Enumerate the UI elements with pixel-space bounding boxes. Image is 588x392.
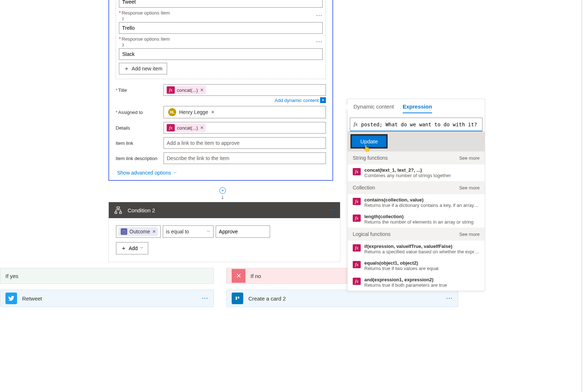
see-more-link[interactable]: See more xyxy=(459,232,480,237)
fx-icon: fx xyxy=(350,121,361,127)
item-link-desc-input[interactable] xyxy=(163,152,326,164)
fx-icon: fx xyxy=(353,168,361,175)
fx-icon: fx xyxy=(167,86,175,94)
expression-panel: Dynamic content Expression fx Update Str… xyxy=(347,99,485,291)
condition-icon xyxy=(113,205,123,215)
plus-icon: ＋ xyxy=(121,245,127,251)
function-signature: if(expression, valueIfTrue, valueIfFalse… xyxy=(364,244,480,249)
update-button[interactable]: Update xyxy=(351,135,387,148)
retweet-action[interactable]: Retweet ··· xyxy=(0,290,214,307)
create-card-title: Create a card 2 xyxy=(248,295,441,302)
svg-rect-5 xyxy=(238,297,239,298)
condition-card: Condition 2 ··· ⬚ Outcome ✕ is equal to … xyxy=(108,202,340,262)
condition-title: Condition 2 xyxy=(128,207,325,213)
chevron-down-icon: ﹀ xyxy=(173,170,177,175)
function-item[interactable]: fx concat(text_1, text_2?, ...) Combines… xyxy=(348,164,485,181)
function-description: Returns a specified value based on wheth… xyxy=(364,249,480,254)
details-input[interactable]: fx concat(...) ✕ xyxy=(163,122,326,134)
fx-icon: fx xyxy=(353,198,361,205)
approval-action-card: *Response options Item2 ··· *Response op… xyxy=(108,0,333,181)
remove-outcome[interactable]: ✕ xyxy=(152,229,156,234)
trello-icon xyxy=(232,293,243,304)
response-item-3-menu[interactable]: ··· xyxy=(316,39,323,45)
response-item-3-label: Response options Item xyxy=(121,36,170,42)
add-new-item-button[interactable]: ＋ Add new item xyxy=(119,63,167,74)
if-yes-header[interactable]: If yes xyxy=(0,268,214,284)
if-yes-branch: If yes Retweet ··· xyxy=(0,268,214,307)
svg-rect-2 xyxy=(120,212,122,214)
fx-icon: fx xyxy=(167,124,175,131)
function-list: String functionsSee morefx concat(text_1… xyxy=(348,151,485,291)
condition-operator-select[interactable]: is equal to ﹀ xyxy=(163,225,214,238)
function-item[interactable]: fx length(collection) Returns the number… xyxy=(348,211,485,228)
fx-icon: fx xyxy=(353,261,361,268)
fx-icon: fx xyxy=(353,278,361,285)
right-border xyxy=(581,0,582,392)
item-link-label: Item link xyxy=(116,140,159,146)
details-concat-pill[interactable]: fx concat(...) ✕ xyxy=(166,123,206,132)
function-description: Returns true if both parameters are true xyxy=(364,282,480,288)
function-signature: and(expression1, expression2) xyxy=(364,277,480,282)
function-category-header: Logical functionsSee more xyxy=(348,228,485,241)
add-dynamic-content-link[interactable]: Add dynamic content xyxy=(275,98,319,103)
see-more-link[interactable]: See more xyxy=(459,155,480,161)
twitter-icon xyxy=(5,293,17,304)
add-condition-button[interactable]: ＋ Add ﹀ xyxy=(116,242,148,254)
function-item[interactable]: fx if(expression, valueIfTrue, valueIfFa… xyxy=(348,241,485,257)
condition-right-value[interactable] xyxy=(216,225,270,238)
function-signature: concat(text_1, text_2?, ...) xyxy=(364,167,480,173)
outcome-pill[interactable]: ⬚ Outcome ✕ xyxy=(119,227,158,236)
response-options-group: *Response options Item2 ··· *Response op… xyxy=(116,0,326,79)
function-signature: equals(object1, object2) xyxy=(364,260,480,266)
response-item-3-input[interactable] xyxy=(119,48,323,60)
remove-person[interactable]: ✕ xyxy=(211,110,215,115)
chevron-down-icon: ﹀ xyxy=(207,229,210,234)
condition-menu[interactable]: ··· xyxy=(329,207,336,213)
plus-icon: ＋ xyxy=(124,66,129,72)
function-item[interactable]: fx contains(collection, value) Returns t… xyxy=(348,194,485,211)
add-dynamic-content-plus-icon[interactable]: + xyxy=(320,97,326,103)
response-item-2-menu[interactable]: ··· xyxy=(316,13,323,19)
function-signature: contains(collection, value) xyxy=(364,197,480,203)
item-link-input[interactable] xyxy=(163,137,326,149)
if-yes-label: If yes xyxy=(5,273,208,279)
condition-header[interactable]: Condition 2 ··· xyxy=(109,202,340,218)
svg-rect-0 xyxy=(117,207,119,209)
expression-input[interactable] xyxy=(361,122,482,127)
function-category-header: CollectionSee more xyxy=(348,181,485,194)
title-label: *Title xyxy=(116,87,159,93)
remove-title-pill[interactable]: ✕ xyxy=(200,87,204,93)
expression-input-row: fx xyxy=(350,118,483,131)
add-step-connector[interactable]: + ↓ xyxy=(219,187,226,201)
assigned-person-pill[interactable]: HL Henry Legge ✕ xyxy=(166,107,217,117)
title-input[interactable]: fx concat(...) ✕ xyxy=(163,84,326,96)
create-card-menu[interactable]: ··· xyxy=(446,295,453,301)
avatar: HL xyxy=(168,108,176,116)
details-label: Details xyxy=(116,125,159,131)
show-advanced-options-link[interactable]: Show advanced options ﹀ xyxy=(117,170,177,176)
title-concat-pill[interactable]: fx concat(...) ✕ xyxy=(166,86,206,94)
arrow-down-icon: ↓ xyxy=(221,193,224,201)
tab-expression[interactable]: Expression xyxy=(403,103,432,113)
svg-rect-1 xyxy=(115,212,117,214)
condition-left-value[interactable]: ⬚ Outcome ✕ xyxy=(116,225,161,238)
function-item[interactable]: fx and(expression1, expression2) Returns… xyxy=(348,274,485,291)
svg-rect-4 xyxy=(236,297,237,300)
retweet-menu[interactable]: ··· xyxy=(202,295,208,301)
tab-dynamic-content[interactable]: Dynamic content xyxy=(353,103,394,113)
assigned-to-input[interactable]: HL Henry Legge ✕ xyxy=(163,106,326,118)
remove-details-pill[interactable]: ✕ xyxy=(200,125,204,130)
response-item-2-input[interactable] xyxy=(119,22,323,34)
response-item-2-label: Response options Item xyxy=(121,10,170,16)
create-card-action[interactable]: Create a card 2 ··· xyxy=(226,290,458,307)
item-link-desc-label: Item link description xyxy=(116,156,159,161)
fx-icon: fx xyxy=(353,244,361,252)
see-more-link[interactable]: See more xyxy=(459,185,480,191)
teams-icon: ⬚ xyxy=(121,228,127,235)
fx-icon: fx xyxy=(353,215,361,222)
function-description: Returns true if a dictionary contains a … xyxy=(364,203,480,208)
retweet-title: Retweet xyxy=(22,295,197,302)
response-item-1-input[interactable] xyxy=(119,0,323,8)
function-signature: length(collection) xyxy=(364,214,480,219)
function-item[interactable]: fx equals(object1, object2) Returns true… xyxy=(348,257,485,274)
